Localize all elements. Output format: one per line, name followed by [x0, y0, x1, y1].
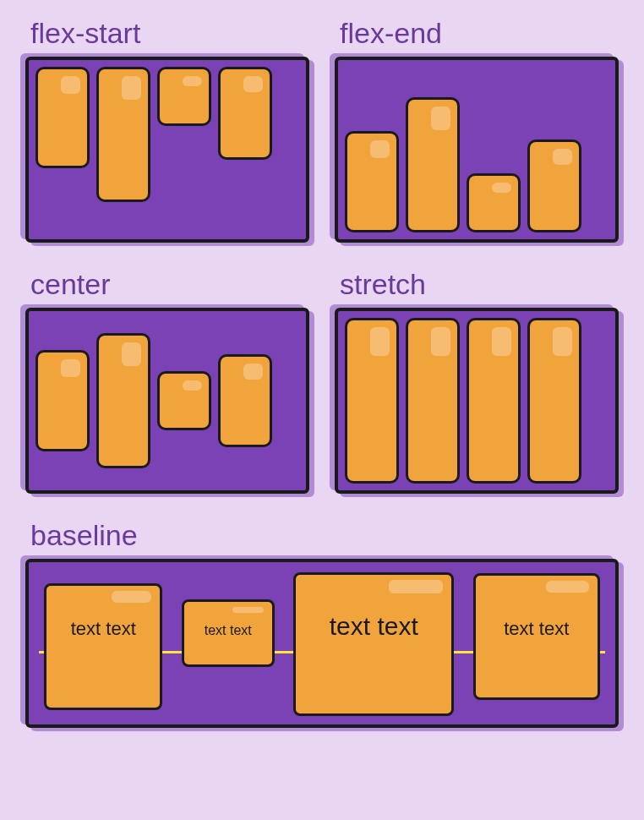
flex-item [345, 318, 399, 484]
baseline-container: text texttext texttext texttext text [25, 559, 619, 728]
baseline-label: baseline [30, 519, 619, 552]
flex-item-text: text text [71, 620, 136, 638]
flex-item: text text [182, 599, 275, 667]
flex-item [467, 318, 521, 484]
flex-start-label: flex-start [30, 17, 309, 50]
flex-item [467, 173, 521, 232]
flex-item [35, 350, 90, 451]
flex-start-container [25, 57, 309, 243]
stretch-example: stretch [335, 268, 619, 494]
stretch-label: stretch [340, 268, 619, 301]
flex-item [96, 333, 150, 468]
flex-item: text text [44, 583, 162, 710]
stretch-container [335, 308, 619, 494]
flex-start-example: flex-start [25, 17, 309, 243]
flex-item [157, 371, 211, 430]
flex-end-label: flex-end [340, 17, 619, 50]
flex-item [345, 131, 399, 232]
flex-end-container [335, 57, 619, 243]
flex-item [218, 354, 272, 447]
flex-item [96, 67, 150, 202]
baseline-example: baseline text texttext texttext texttext… [25, 519, 619, 728]
flex-item [35, 67, 90, 168]
center-example: center [25, 268, 309, 494]
flex-item-text: text text [205, 624, 252, 637]
flex-item [527, 318, 581, 484]
flex-item [157, 67, 211, 126]
flex-item [406, 97, 460, 232]
flex-item [406, 318, 460, 484]
flex-end-example: flex-end [335, 17, 619, 243]
flex-item [527, 139, 581, 232]
center-container [25, 308, 309, 494]
flex-item: text text [473, 573, 600, 700]
flex-item [218, 67, 272, 160]
flex-item: text text [293, 572, 454, 716]
flex-item-text: text text [330, 614, 418, 639]
center-label: center [30, 268, 309, 301]
flex-item-text: text text [504, 620, 569, 638]
